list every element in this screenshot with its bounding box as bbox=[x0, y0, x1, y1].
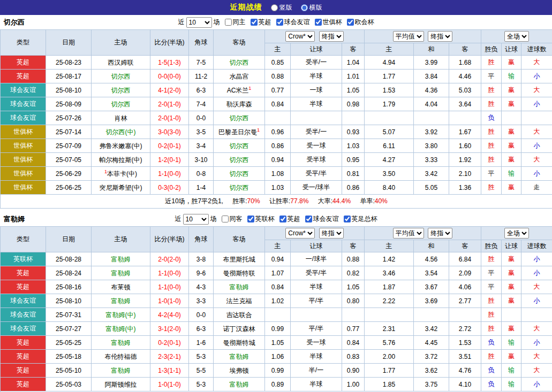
layout-vertical-option[interactable]: 竖版 bbox=[271, 3, 292, 12]
league-checkbox-0[interactable]: 英超 bbox=[251, 18, 271, 27]
league-checkbox-1[interactable]: 英超 bbox=[279, 214, 300, 224]
layout-horizontal-option[interactable]: 横版 bbox=[301, 3, 322, 12]
match-count-select[interactable]: 10 bbox=[186, 17, 212, 28]
goals-result-cell: 大 bbox=[521, 153, 552, 167]
odds-company-select[interactable]: Crow* bbox=[285, 31, 315, 42]
avg-home-cell: 5.76 bbox=[365, 336, 414, 350]
scope-select[interactable]: 全场 bbox=[504, 31, 529, 42]
league-input-2[interactable] bbox=[315, 19, 322, 26]
match-count-select[interactable]: 10 bbox=[183, 214, 209, 225]
win-rate: 胜率:70% bbox=[232, 197, 260, 205]
odds-home-cell: 1.06 bbox=[265, 350, 291, 364]
summary-row: 近10场，胜7平2负1, 胜率:70% 让胜率:77.8% 大率:44.4% 单… bbox=[1, 195, 552, 209]
header-row-1: 类型 日期 主场 比分(半场) 角球 客场 Crow* 终指 平均值 终指 全场 bbox=[1, 227, 552, 240]
scope-select[interactable]: 全场 bbox=[504, 228, 529, 239]
odds-away-cell: 0.77 bbox=[342, 322, 365, 336]
goals-result-cell: 大 bbox=[521, 83, 552, 97]
avg-away-cell: 1.68 bbox=[449, 56, 481, 70]
league-checkbox-1[interactable]: 球会友谊 bbox=[276, 18, 310, 27]
match-row: 英超 25-05-10 富勒姆 1-3(1-1) 5-5 埃弗顿 0.99 半/… bbox=[1, 364, 552, 378]
same-venue-checkbox[interactable]: 同客 bbox=[222, 214, 243, 224]
unit-label: 场 bbox=[210, 214, 217, 224]
avg-away-cell bbox=[449, 308, 481, 322]
same-venue-input[interactable] bbox=[222, 216, 229, 222]
vertical-radio[interactable] bbox=[271, 4, 278, 11]
handicap-result-cell bbox=[502, 308, 521, 322]
handicap-result-cell: 赢 bbox=[502, 294, 521, 308]
odds-away-cell: 1.03 bbox=[342, 139, 365, 153]
handicap-cell: 一/球半 bbox=[291, 252, 342, 266]
avg-stage-select[interactable]: 终指 bbox=[428, 31, 452, 42]
avg-home-cell: 1.42 bbox=[365, 252, 414, 266]
redcard-mark: 1 bbox=[248, 86, 251, 91]
same-venue-input[interactable] bbox=[225, 19, 232, 26]
subheader-odds-away: 客 bbox=[342, 240, 365, 252]
avg-away-cell: 2.09 bbox=[449, 266, 481, 280]
league-input-2[interactable] bbox=[305, 216, 312, 222]
subheader-avg-draw: 和 bbox=[414, 43, 449, 56]
date-cell: 25-07-09 bbox=[46, 139, 92, 153]
avg-home-cell: 4.27 bbox=[365, 153, 414, 167]
header-row-1: 类型 日期 主场 比分(半场) 角球 客场 Crow* 终指 平均值 终指 全场 bbox=[1, 30, 552, 43]
league-checkbox-0[interactable]: 英联杯 bbox=[247, 214, 275, 224]
handicap-result-cell: 赢 bbox=[502, 125, 521, 139]
horizontal-radio[interactable] bbox=[301, 4, 308, 11]
competition-badge: 英超 bbox=[1, 364, 46, 378]
avg-home-cell: 1.77 bbox=[365, 70, 414, 83]
avg-draw-cell: 4.04 bbox=[414, 97, 449, 111]
league-input-3[interactable] bbox=[347, 19, 354, 26]
league-input-1[interactable] bbox=[276, 19, 283, 26]
competition-badge: 球会友谊 bbox=[1, 294, 46, 308]
competition-badge: 英超 bbox=[1, 280, 46, 294]
avg-home-cell: 1.53 bbox=[365, 83, 414, 97]
handicap-cell: 半球 bbox=[291, 97, 342, 111]
league-checkbox-2[interactable]: 世俱杯 bbox=[315, 18, 342, 27]
avg-select[interactable]: 平均值 bbox=[393, 228, 424, 239]
corner-cell: 9-6 bbox=[189, 266, 214, 280]
corner-cell: 3-5 bbox=[189, 125, 214, 139]
home-team-cell: 富勒姆(中) bbox=[92, 322, 150, 336]
away-team-cell: 切尔西 bbox=[214, 111, 265, 125]
date-cell: 25-08-17 bbox=[46, 70, 92, 83]
competition-badge: 球会友谊 bbox=[1, 308, 46, 322]
corner-cell: 0-0 bbox=[189, 111, 214, 125]
odds-stage-select[interactable]: 终指 bbox=[319, 228, 344, 239]
match-row: 英超 25-08-23 西汉姆联 1-5(1-3) 7-5 切尔西 0.85 受… bbox=[1, 56, 552, 70]
odds-home-cell: 0.99 bbox=[265, 322, 291, 336]
match-row: 英超 25-08-16 布莱顿 1-1(0-0) 4-3 富勒姆 0.84 半球… bbox=[1, 280, 552, 294]
handicap-cell: 平/半 bbox=[291, 294, 342, 308]
competition-badge: 球会友谊 bbox=[1, 97, 46, 111]
odds-header: Crow* 终指 bbox=[265, 30, 365, 43]
subheader-avg-home: 主 bbox=[365, 43, 414, 56]
odds-stage-select[interactable]: 终指 bbox=[319, 31, 344, 42]
odds-company-select[interactable]: Crow* bbox=[285, 228, 315, 239]
score-cell: 4-1(2-0) bbox=[150, 83, 189, 97]
competition-badge: 球会友谊 bbox=[1, 322, 46, 336]
league-checkbox-3[interactable]: 英足总杯 bbox=[344, 214, 377, 224]
subheader-avg-away: 客 bbox=[449, 240, 481, 252]
away-team-cell: 富勒姆 bbox=[214, 350, 265, 364]
home-team-cell: 切尔西 bbox=[92, 83, 150, 97]
avg-stage-select[interactable]: 终指 bbox=[428, 228, 452, 239]
home-team-cell: 富勒姆 bbox=[92, 252, 150, 266]
result-cell: 胜 bbox=[481, 350, 502, 364]
score-cell: 1-3(1-1) bbox=[150, 364, 189, 378]
league-input-1[interactable] bbox=[279, 216, 286, 222]
same-venue-checkbox[interactable]: 同主 bbox=[225, 18, 246, 27]
date-cell: 25-07-27 bbox=[46, 322, 92, 336]
league-input-3[interactable] bbox=[344, 216, 351, 222]
league-input-0[interactable] bbox=[251, 19, 258, 26]
home-team-cell: 弗鲁米嫩塞(中) bbox=[92, 139, 150, 153]
avg-select[interactable]: 平均值 bbox=[393, 31, 424, 42]
header-home: 主场 bbox=[92, 227, 150, 252]
odds-away-cell: 0.80 bbox=[342, 294, 365, 308]
subheader-result: 胜负 bbox=[481, 43, 502, 56]
league-checkbox-2[interactable]: 球会友谊 bbox=[305, 214, 339, 224]
odds-away-cell: 1.04 bbox=[342, 56, 365, 70]
header-date: 日期 bbox=[46, 227, 92, 252]
league-checkbox-3[interactable]: 欧会杯 bbox=[347, 18, 374, 27]
away-team-cell: 埃弗顿 bbox=[214, 364, 265, 378]
league-input-0[interactable] bbox=[247, 216, 254, 222]
home-team-cell: 帕尔梅拉斯(中) bbox=[92, 153, 150, 167]
vertical-label: 竖版 bbox=[279, 3, 292, 12]
